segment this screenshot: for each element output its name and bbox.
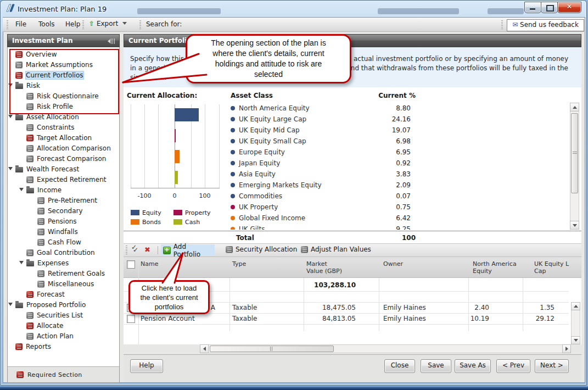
toolbar-grip-icon (139, 20, 141, 29)
sidebar-item-securities-list[interactable]: Securities List (8, 310, 119, 320)
sidebar-item-forecast[interactable]: Forecast (8, 289, 119, 299)
column-header-type[interactable]: Type (232, 260, 246, 268)
optional-section-icon (37, 281, 44, 287)
callout-text-line: holdings and attitude to risk are (187, 59, 350, 69)
close-button[interactable]: ✕ (557, 2, 581, 13)
asset-value: 24.16 (361, 115, 417, 123)
menu-item-tools[interactable]: Tools (38, 20, 55, 28)
export-button[interactable]: ⇧ Export (89, 20, 127, 27)
scroll-right-icon[interactable] (562, 344, 571, 353)
sidebar-item-constraints[interactable]: Constraints (8, 122, 119, 132)
sidebar-footer: Required Section (8, 366, 119, 382)
sidebar-item-expected-retirement[interactable]: Expected Retirement (8, 174, 119, 185)
sidebar-item-pensions[interactable]: Pensions (8, 216, 119, 226)
cell-uk-large: 29.12 (500, 315, 555, 322)
sidebar-item-retirement-goals[interactable]: Retirement Goals (8, 268, 119, 278)
app-logo (5, 3, 16, 13)
security-allocation-label: Security Allocation (236, 246, 297, 253)
save-button[interactable]: Save (421, 359, 451, 373)
window-title: Investment Plan: Plan 19 (18, 5, 107, 13)
scroll-up-icon[interactable] (571, 302, 580, 310)
scroll-down-icon[interactable] (570, 221, 579, 230)
select-all-checkbox[interactable] (127, 260, 135, 269)
row-checkbox[interactable] (127, 315, 135, 323)
minimize-button[interactable] (524, 2, 541, 13)
sidebar-item-label: Expected Retirement (37, 176, 106, 183)
sidebar-item-secondary[interactable]: Secondary (8, 205, 119, 216)
sidebar-item-action-plan[interactable]: Action Plan (8, 331, 119, 341)
menu-item-help[interactable]: Help (65, 20, 80, 28)
sidebar-item-miscellaneous[interactable]: Miscellaneous (8, 278, 119, 289)
sidebar-item-allocate[interactable]: Allocate (8, 320, 119, 331)
sidebar-item-windfalls[interactable]: Windfalls (8, 226, 119, 237)
asset-row-japan-equity: Japan Equity0.92 (231, 158, 417, 169)
asset-name: UK Gilts (239, 225, 361, 230)
optional-section-icon (37, 239, 44, 246)
callout-text-line: the client's current (130, 293, 208, 302)
security-allocation-button[interactable]: Security Allocation (226, 246, 297, 253)
adjust-plan-values-label: Adjust Plan Values (311, 246, 371, 253)
expand-arrow-icon[interactable] (19, 261, 24, 264)
help-button[interactable]: Help (130, 359, 163, 373)
legend-item-cash: Cash (173, 219, 224, 226)
asset-row-emerging-markets-equity: Emerging Markets Equity2.09 (231, 180, 417, 191)
close-plan-button[interactable]: Close (384, 359, 415, 373)
h-scroll-thumb[interactable] (210, 346, 334, 352)
asset-value: 6.98 (361, 137, 417, 145)
column-header-owner[interactable]: Owner (383, 260, 403, 268)
asset-value: 0.07 (361, 192, 417, 200)
feedback-button[interactable]: ✉ Send us feedback (507, 19, 584, 31)
sidebar-item-proposed-portfolio[interactable]: Proposed Portfolio (8, 299, 119, 310)
security-allocation-icon (226, 246, 233, 253)
save-as-button[interactable]: Save As (455, 359, 491, 373)
sidebar-item-reports[interactable]: Reports (8, 341, 119, 352)
asset-bullet-icon (231, 117, 235, 121)
sidebar-item-expenses[interactable]: Expenses (8, 258, 119, 268)
sidebar-item-target-allocation[interactable]: Target Allocation (8, 132, 119, 143)
scroll-up-icon[interactable] (570, 103, 579, 112)
column-header-uk-equity-l-cap[interactable]: UK Equity LCap (534, 260, 569, 275)
toolbar-grip-icon (501, 20, 503, 29)
sidebar-item-allocation-comparison[interactable]: Allocation Comparison (8, 143, 119, 153)
column-header-name[interactable]: Name (141, 260, 158, 268)
scroll-thumb[interactable] (571, 113, 578, 193)
validate-icon[interactable]: ✓ ✓ (131, 245, 142, 255)
add-portfolio-button[interactable]: + Add Portfolio (161, 244, 215, 256)
sidebar-annotation-rect (9, 49, 119, 114)
asset-name: Europe Equity (239, 148, 361, 156)
optional-section-icon (37, 208, 44, 214)
next-button[interactable]: Next > (535, 359, 569, 373)
maximize-button[interactable] (541, 2, 558, 13)
collapse-panel-icon[interactable] (108, 38, 115, 44)
expand-arrow-icon[interactable] (8, 167, 13, 170)
sidebar-item-cash-flow[interactable]: Cash Flow (8, 237, 119, 247)
optional-section-icon (26, 312, 33, 319)
expand-arrow-icon[interactable] (8, 115, 13, 118)
sidebar-item-wealth-forecast[interactable]: Wealth Forecast (8, 164, 119, 174)
sidebar-item-income[interactable]: Income (8, 185, 119, 195)
required-section-icon (15, 343, 23, 350)
search-label: Search for: (146, 20, 182, 28)
asset-bullet-icon (231, 150, 235, 154)
column-header-north-america-equity[interactable]: North AmericaEquity (473, 260, 517, 275)
expand-arrow-icon[interactable] (19, 188, 24, 191)
adjust-plan-values-button[interactable]: Adjust Plan Values (301, 246, 371, 253)
sidebar-item-label: Retirement Goals (48, 270, 105, 277)
prev-button[interactable]: < Prev (496, 359, 530, 373)
sidebar-item-label: Wealth Forecast (26, 165, 79, 173)
sidebar-item-forecast-comparison[interactable]: Forecast Comparison (8, 153, 119, 164)
sidebar-item-pre-retirement[interactable]: Pre-Retirement (8, 195, 119, 205)
sidebar-item-goal-contribution[interactable]: Goal Contribution (8, 247, 119, 258)
delete-icon[interactable]: ✖ (144, 246, 150, 254)
export-label: Export (97, 20, 118, 27)
legend-label: Bonds (142, 219, 161, 226)
menu-item-file[interactable]: File (15, 20, 26, 28)
expand-arrow-icon[interactable] (8, 303, 13, 306)
scroll-down-icon[interactable] (571, 336, 580, 344)
toolbar-grip-icon (126, 246, 127, 254)
asset-value: 19.07 (361, 126, 417, 134)
scroll-left-icon[interactable] (200, 344, 209, 353)
asset-class-list: North America Equity8.80UK Equity Large … (231, 103, 417, 230)
column-header-market-value-gbp[interactable]: MarketValue (GBP) (306, 260, 342, 275)
asset-bullet-icon (231, 128, 235, 132)
